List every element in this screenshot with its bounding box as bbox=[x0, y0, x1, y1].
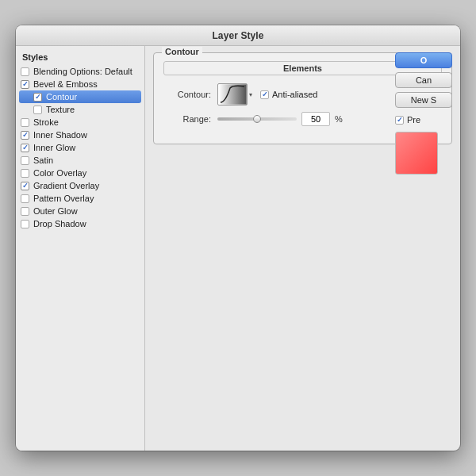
dialog-title: Layer Style bbox=[16, 25, 460, 46]
label-gradient-overlay: Gradient Overlay bbox=[33, 181, 99, 190]
label-bevel: Bevel & Emboss bbox=[33, 79, 98, 89]
label-blending: Blending Options: Default bbox=[33, 67, 132, 76]
checkbox-bevel[interactable] bbox=[21, 80, 29, 89]
checkbox-color-overlay[interactable] bbox=[21, 169, 29, 178]
checkbox-inner-glow[interactable] bbox=[21, 144, 29, 152]
sidebar-item-inner-shadow[interactable]: Inner Shadow bbox=[16, 129, 144, 141]
label-inner-glow: Inner Glow bbox=[33, 143, 75, 152]
anti-aliased-checkbox-row[interactable]: Anti-aliased bbox=[260, 90, 317, 99]
checkbox-pattern-overlay[interactable] bbox=[21, 194, 29, 203]
sidebar-item-color-overlay[interactable]: Color Overlay bbox=[16, 167, 144, 179]
preview-checkbox[interactable] bbox=[395, 116, 404, 125]
label-pattern-overlay: Pattern Overlay bbox=[33, 194, 94, 203]
left-panel: Styles Blending Options: DefaultBevel & … bbox=[16, 46, 145, 451]
anti-aliased-checkbox[interactable] bbox=[260, 90, 269, 99]
preview-label: Pre bbox=[407, 115, 420, 125]
sidebar-item-texture[interactable]: Texture bbox=[16, 103, 144, 116]
section-title: Contour bbox=[162, 47, 202, 56]
contour-arrow-icon[interactable]: ▾ bbox=[249, 91, 252, 98]
right-buttons-col: O Can New S Pre bbox=[395, 52, 452, 175]
sidebar-item-drop-shadow[interactable]: Drop Shadow bbox=[16, 217, 144, 230]
sidebar-item-stroke[interactable]: Stroke bbox=[16, 116, 144, 129]
sidebar-item-contour[interactable]: Contour bbox=[19, 90, 141, 103]
label-inner-shadow: Inner Shadow bbox=[33, 130, 87, 140]
sidebar-item-gradient-overlay[interactable]: Gradient Overlay bbox=[16, 179, 144, 192]
contour-label: Contour: bbox=[163, 90, 211, 99]
checkbox-texture[interactable] bbox=[33, 106, 42, 114]
range-label: Range: bbox=[163, 114, 211, 124]
checkbox-inner-shadow[interactable] bbox=[21, 131, 29, 140]
preview-thumbnail bbox=[395, 132, 438, 175]
sidebar-item-inner-glow[interactable]: Inner Glow bbox=[16, 141, 144, 154]
ok-button[interactable]: O bbox=[395, 52, 452, 68]
sidebar-item-bevel[interactable]: Bevel & Emboss bbox=[16, 78, 144, 90]
checkbox-satin[interactable] bbox=[21, 156, 29, 165]
range-unit: % bbox=[335, 114, 343, 124]
checkbox-contour[interactable] bbox=[33, 93, 42, 102]
label-texture: Texture bbox=[46, 105, 75, 114]
label-color-overlay: Color Overlay bbox=[33, 168, 86, 178]
checkbox-blending[interactable] bbox=[21, 67, 29, 76]
preview-checkbox-row[interactable]: Pre bbox=[395, 115, 420, 125]
label-contour: Contour bbox=[46, 92, 77, 102]
checkbox-stroke[interactable] bbox=[21, 118, 29, 127]
label-drop-shadow: Drop Shadow bbox=[33, 219, 86, 228]
anti-aliased-label: Anti-aliased bbox=[272, 90, 317, 99]
new-style-button[interactable]: New S bbox=[395, 92, 452, 108]
checkbox-outer-glow[interactable] bbox=[21, 207, 29, 216]
contour-preview[interactable] bbox=[217, 83, 248, 106]
layer-style-dialog: Layer Style Styles Blending Options: Def… bbox=[16, 25, 460, 451]
range-slider-thumb[interactable] bbox=[253, 115, 261, 123]
sidebar-item-pattern-overlay[interactable]: Pattern Overlay bbox=[16, 192, 144, 205]
checkbox-gradient-overlay[interactable] bbox=[21, 182, 29, 190]
range-slider-container: % bbox=[217, 112, 343, 126]
cancel-button[interactable]: Can bbox=[395, 72, 452, 88]
label-stroke: Stroke bbox=[33, 117, 59, 127]
sidebar-item-satin[interactable]: Satin bbox=[16, 154, 144, 167]
checkbox-drop-shadow[interactable] bbox=[21, 220, 29, 228]
range-slider[interactable] bbox=[217, 117, 297, 121]
styles-title: Styles bbox=[16, 49, 144, 65]
range-value-input[interactable] bbox=[301, 112, 330, 126]
sidebar-item-blending[interactable]: Blending Options: Default bbox=[16, 65, 144, 78]
label-satin: Satin bbox=[33, 155, 53, 165]
label-outer-glow: Outer Glow bbox=[33, 206, 78, 216]
sidebar-item-outer-glow[interactable]: Outer Glow bbox=[16, 205, 144, 217]
